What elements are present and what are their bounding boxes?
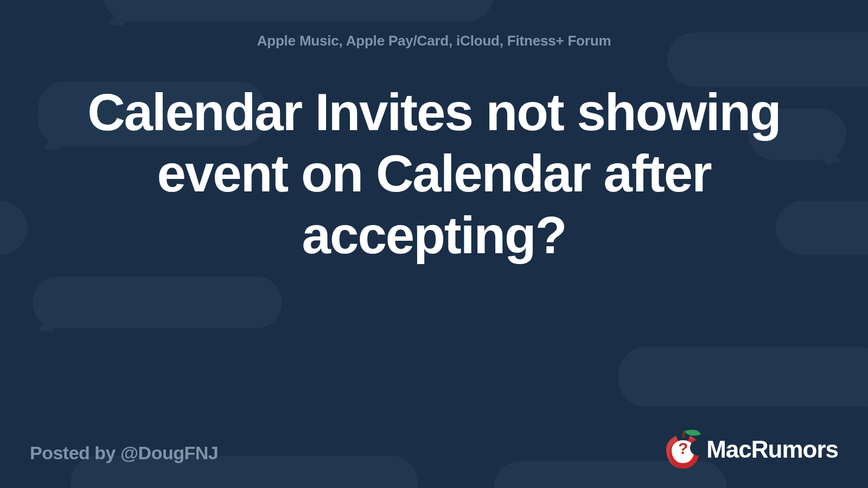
forum-category-label: Apple Music, Apple Pay/Card, iCloud, Fit…: [0, 33, 868, 49]
thread-title: Calendar Invites not showing event on Ca…: [0, 81, 868, 266]
brand-name: MacRumors: [706, 436, 838, 463]
bg-bubble: [618, 347, 868, 407]
brand-block: ? MacRumors: [664, 428, 838, 471]
macrumors-logo-icon: ?: [664, 428, 702, 471]
bg-bubble: [103, 0, 494, 22]
bg-bubble: [33, 277, 282, 328]
posted-by-label: Posted by @DougFNJ: [30, 442, 218, 464]
